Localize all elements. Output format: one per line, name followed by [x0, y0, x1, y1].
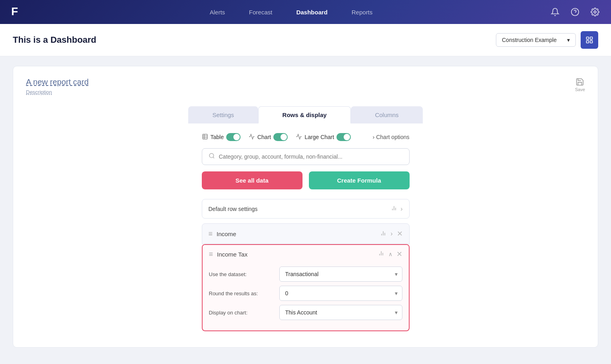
svg-text:F: F: [11, 5, 18, 18]
dropdown-arrow-icon: ▾: [567, 37, 570, 43]
report-card-description[interactable]: Description: [26, 89, 89, 95]
construction-dropdown[interactable]: Construction Example ▾: [496, 33, 576, 47]
large-chart-toggle-group: Large Chart: [296, 133, 351, 141]
income-tax-label: Income Tax: [217, 251, 247, 258]
use-dataset-select-wrapper: Transactional Budget Actuals: [279, 267, 402, 282]
help-icon[interactable]: [569, 6, 581, 18]
display-chart-select-wrapper: This Account None Custom: [279, 305, 402, 320]
save-button[interactable]: Save: [575, 78, 585, 92]
chart-icon: [249, 133, 255, 141]
chart-label: Chart: [257, 134, 271, 140]
chart-toggle-group: Chart: [249, 133, 288, 141]
svg-line-13: [213, 157, 214, 158]
bell-icon[interactable]: [549, 6, 561, 18]
main-content: A new report card Description Save Setti…: [0, 56, 611, 357]
income-tax-close-icon[interactable]: ✕: [396, 250, 402, 259]
round-results-select-wrapper: 0 1 2: [279, 286, 402, 301]
header-right: Construction Example ▾: [496, 31, 598, 49]
page-header: This is a Dashboard Construction Example…: [0, 24, 611, 56]
nav-dashboard[interactable]: Dashboard: [296, 9, 327, 16]
nav-alerts[interactable]: Alerts: [210, 9, 225, 16]
use-dataset-select[interactable]: Transactional Budget Actuals: [279, 267, 402, 282]
nav-reports[interactable]: Reports: [352, 9, 373, 16]
default-row-settings[interactable]: Default row settings ›: [202, 199, 410, 219]
large-chart-toggle[interactable]: [336, 133, 351, 141]
chart-options-link[interactable]: › Chart options: [373, 134, 410, 140]
round-results-label: Round the results as:: [209, 290, 273, 296]
tab-settings[interactable]: Settings: [188, 106, 258, 123]
round-results-row: Round the results as: 0 1 2: [209, 286, 402, 301]
large-chart-icon: [296, 133, 302, 141]
svg-rect-5: [590, 37, 593, 40]
table-icon: [202, 133, 208, 141]
income-chevron-icon: ›: [390, 230, 392, 237]
svg-rect-4: [587, 37, 589, 40]
income-tax-drag-icon: ≡: [209, 250, 213, 259]
svg-rect-6: [587, 41, 589, 43]
use-dataset-row: Use the dataset: Transactional Budget Ac…: [209, 267, 402, 282]
round-results-select[interactable]: 0 1 2: [279, 286, 402, 301]
action-buttons: See all data Create Formula: [202, 171, 410, 189]
use-dataset-label: Use the dataset:: [209, 271, 273, 277]
income-row[interactable]: ≡ Income › ✕: [202, 223, 410, 244]
tab-columns[interactable]: Columns: [351, 106, 422, 123]
income-tax-expanded: ≡ Income Tax ∧ ✕: [202, 244, 410, 331]
search-icon: [209, 153, 215, 161]
chevron-right-small-icon: ›: [400, 205, 402, 213]
nav-forecast[interactable]: Forecast: [249, 9, 272, 16]
search-input[interactable]: [219, 153, 403, 160]
chevron-right-icon: ›: [373, 134, 375, 140]
topnav: F Alerts Forecast Dashboard Reports: [0, 0, 611, 24]
income-chart-icon: [380, 230, 386, 238]
search-box: [202, 148, 410, 165]
drag-handle-icon: ≡: [209, 230, 213, 238]
income-tax-up-icon[interactable]: ∧: [388, 251, 392, 257]
large-chart-label: Large Chart: [305, 134, 334, 140]
income-label: Income: [217, 231, 236, 237]
page-title: This is a Dashboard: [13, 35, 96, 45]
topnav-icons: [549, 6, 601, 18]
report-card: A new report card Description Save Setti…: [13, 66, 598, 348]
tabs-row: Settings Rows & display Columns: [26, 106, 585, 123]
display-chart-select[interactable]: This Account None Custom: [279, 305, 402, 320]
nav-links: Alerts Forecast Dashboard Reports: [34, 9, 549, 16]
grid-view-button[interactable]: [581, 31, 598, 49]
see-all-data-button[interactable]: See all data: [202, 171, 303, 189]
bar-chart-icon: [391, 205, 397, 213]
income-tax-body: Use the dataset: Transactional Budget Ac…: [203, 263, 409, 330]
display-chart-label: Display on chart:: [209, 310, 273, 316]
settings-icon[interactable]: [589, 6, 601, 18]
table-toggle-group: Table: [202, 133, 241, 141]
svg-rect-7: [590, 41, 593, 43]
tab-rows-display[interactable]: Rows & display: [258, 106, 351, 123]
income-close-icon[interactable]: ✕: [397, 229, 403, 238]
chart-toggle[interactable]: [273, 133, 288, 141]
svg-rect-8: [203, 134, 207, 139]
income-tax-header: ≡ Income Tax ∧ ✕: [203, 245, 409, 263]
table-toggle[interactable]: [226, 133, 241, 141]
display-chart-row: Display on chart: This Account None Cust…: [209, 305, 402, 320]
table-label: Table: [211, 134, 224, 140]
create-formula-button[interactable]: Create Formula: [309, 171, 410, 189]
income-tax-chart-icon: [378, 250, 384, 258]
svg-point-3: [594, 11, 596, 13]
report-card-title[interactable]: A new report card: [26, 78, 89, 87]
svg-point-12: [209, 153, 214, 158]
